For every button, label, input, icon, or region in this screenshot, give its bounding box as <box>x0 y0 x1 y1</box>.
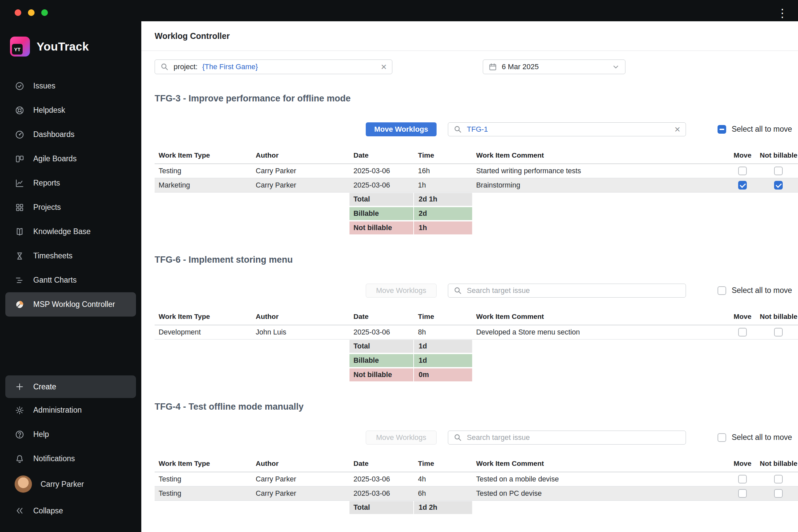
gantt-charts-icon <box>15 275 25 285</box>
select-all-checkbox[interactable] <box>718 286 726 295</box>
not-billable-checkbox[interactable] <box>774 328 783 337</box>
page-header: Worklog Controller <box>141 21 798 51</box>
sidebar-item-knowledge-base[interactable]: Knowledge Base <box>5 220 136 244</box>
select-all-checkbox[interactable] <box>718 433 726 442</box>
sidebar-item-label: Help <box>33 430 49 439</box>
sidebar-item-reports[interactable]: Reports <box>5 171 136 195</box>
select-all-label: Select all to move <box>732 286 792 295</box>
move-checkbox[interactable] <box>738 181 747 190</box>
search-icon <box>454 125 462 134</box>
move-worklogs-button[interactable]: Move Worklogs <box>366 284 437 298</box>
issue-section-title: TFG-6 - Implement storing menu <box>155 255 798 265</box>
summary-not-billable-row: Not billable 1h <box>155 221 798 235</box>
sidebar-item-msp-worklog-controller[interactable]: MSP Worklog Controller <box>5 292 136 317</box>
sidebar-item-helpdesk[interactable]: Helpdesk <box>5 98 136 122</box>
summary-total-row: Total 1d 2h <box>155 501 798 515</box>
sidebar-item-administration[interactable]: Administration <box>5 398 136 422</box>
chevron-down-icon <box>612 63 620 71</box>
target-issue-search[interactable] <box>448 284 686 298</box>
sidebar-nav: Issues Helpdesk Dashboards Agile Boards … <box>0 74 141 317</box>
col-header: Author <box>252 152 349 159</box>
billable-value: 2d <box>414 207 472 221</box>
avatar <box>15 475 32 493</box>
date-picker[interactable]: 6 Mar 2025 <box>483 59 625 74</box>
sidebar-item-issues[interactable]: Issues <box>5 74 136 98</box>
youtrack-logo-icon: YT <box>10 37 30 57</box>
minimize-window-button[interactable] <box>28 9 35 16</box>
col-header: Time <box>414 313 472 320</box>
not-billable-checkbox[interactable] <box>774 181 783 190</box>
sidebar-item-label: Administration <box>33 406 82 415</box>
comment: Started writing performance tests <box>472 167 729 175</box>
search-icon <box>454 286 462 295</box>
table-row: Testing Carry Parker 2025-03-06 4h Teste… <box>155 472 798 487</box>
sidebar-item-agile-boards[interactable]: Agile Boards <box>5 147 136 171</box>
create-button[interactable]: Create <box>5 375 136 398</box>
sidebar-item-gantt-charts[interactable]: Gantt Charts <box>5 268 136 292</box>
date: 2025-03-06 <box>349 181 414 190</box>
col-header: Author <box>252 460 349 467</box>
col-header: Date <box>349 152 414 159</box>
target-issue-search[interactable]: TFG-1 × <box>448 122 686 136</box>
not-billable-checkbox[interactable] <box>774 167 783 175</box>
select-all-control: Select all to move <box>718 125 792 134</box>
work-item-type: Testing <box>155 167 252 175</box>
table-row: Testing Carry Parker 2025-03-06 16h Star… <box>155 164 798 178</box>
col-header: Time <box>414 152 472 159</box>
issue-section-title: TFG-3 - Improve performance for offline … <box>155 93 798 104</box>
billable-label: Billable <box>349 354 414 368</box>
author: Carry Parker <box>252 490 349 498</box>
not-billable-checkbox[interactable] <box>774 475 783 483</box>
sidebar-item-profile[interactable]: Carry Parker <box>5 471 136 497</box>
total-label: Total <box>349 501 414 515</box>
sidebar-item-notifications[interactable]: Notifications <box>5 446 136 471</box>
work-item-type: Marketing <box>155 181 252 190</box>
col-header: Work Item Comment <box>472 313 729 320</box>
project-search-input[interactable]: project: {The First Game} × <box>155 59 392 74</box>
search-icon <box>160 62 169 71</box>
sidebar-item-label: Gantt Charts <box>33 276 76 285</box>
move-checkbox[interactable] <box>738 489 747 498</box>
select-all-control: Select all to move <box>718 286 792 295</box>
clear-search-icon[interactable]: × <box>674 125 680 134</box>
summary-not-billable-row: Not billable 0m <box>155 368 798 382</box>
select-all-checkbox[interactable] <box>718 125 726 134</box>
sidebar-item-label: Knowledge Base <box>33 227 91 236</box>
author: Carry Parker <box>252 475 349 483</box>
target-issue-input[interactable] <box>467 286 680 295</box>
time: 1h <box>414 181 472 190</box>
select-all-label: Select all to move <box>732 433 792 442</box>
date: 2025-03-06 <box>349 475 414 483</box>
sidebar-item-collapse[interactable]: Collapse <box>5 497 136 524</box>
move-checkbox[interactable] <box>738 167 747 175</box>
target-issue-search[interactable] <box>448 431 686 444</box>
sidebar-item-dashboards[interactable]: Dashboards <box>5 122 136 147</box>
not-billable-checkbox[interactable] <box>774 489 783 498</box>
zoom-window-button[interactable] <box>41 9 48 16</box>
close-window-button[interactable] <box>15 9 21 16</box>
table-row: Marketing Carry Parker 2025-03-06 1h Bra… <box>155 178 798 192</box>
sidebar-item-label: Notifications <box>33 454 75 463</box>
issues-icon <box>15 81 25 91</box>
target-issue-value: TFG-1 <box>467 125 488 134</box>
not-billable-label: Not billable <box>349 368 414 382</box>
work-item-type: Testing <box>155 475 252 483</box>
move-worklogs-button[interactable]: Move Worklogs <box>366 431 437 444</box>
kebab-menu-icon[interactable]: ⋮ <box>777 7 788 19</box>
sidebar-item-projects[interactable]: Projects <box>5 195 136 220</box>
col-header: Not billable <box>756 313 798 320</box>
knowledge-base-icon <box>15 227 25 237</box>
move-checkbox[interactable] <box>738 328 747 337</box>
move-worklogs-button[interactable]: Move Worklogs <box>366 122 437 136</box>
sidebar-item-timesheets[interactable]: Timesheets <box>5 244 136 268</box>
sidebar-item-help[interactable]: Help <box>5 422 136 446</box>
target-issue-input[interactable] <box>467 433 680 442</box>
comment: Tested on a mobile devise <box>472 475 729 483</box>
worklog-controller-page: Worklog Controller project: {The First G… <box>141 21 798 532</box>
move-checkbox[interactable] <box>738 475 747 483</box>
section-controls: Move Worklogs Select all to move <box>141 430 798 445</box>
clear-search-icon[interactable]: × <box>381 62 387 72</box>
worklog-table: Work Item Type Author Date Time Work Ite… <box>155 308 798 382</box>
total-label: Total <box>349 193 414 207</box>
create-label: Create <box>33 382 56 391</box>
